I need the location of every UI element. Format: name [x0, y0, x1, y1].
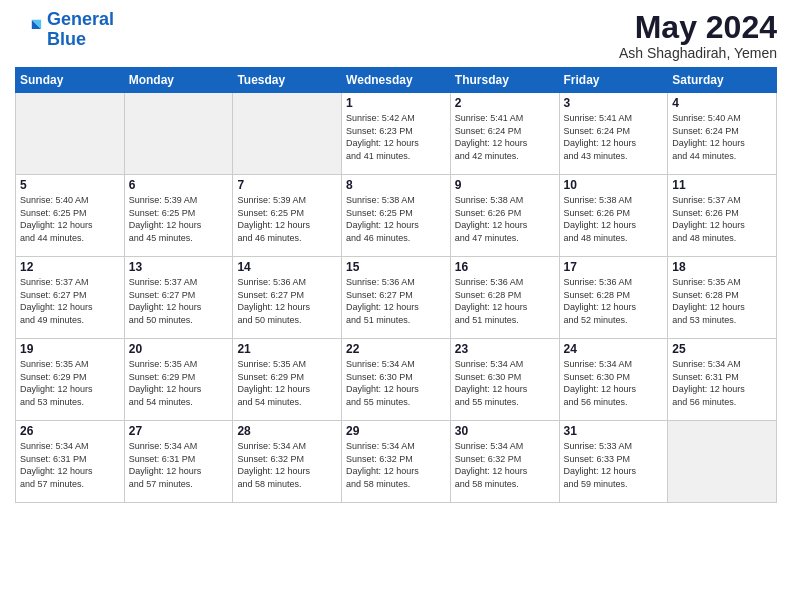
- day-cell: 22Sunrise: 5:34 AM Sunset: 6:30 PM Dayli…: [342, 339, 451, 421]
- week-row-3: 19Sunrise: 5:35 AM Sunset: 6:29 PM Dayli…: [16, 339, 777, 421]
- day-info: Sunrise: 5:34 AM Sunset: 6:30 PM Dayligh…: [564, 358, 664, 408]
- day-info: Sunrise: 5:36 AM Sunset: 6:28 PM Dayligh…: [564, 276, 664, 326]
- day-cell: 16Sunrise: 5:36 AM Sunset: 6:28 PM Dayli…: [450, 257, 559, 339]
- day-cell: 30Sunrise: 5:34 AM Sunset: 6:32 PM Dayli…: [450, 421, 559, 503]
- col-wednesday: Wednesday: [342, 68, 451, 93]
- logo-line1: General: [47, 9, 114, 29]
- day-info: Sunrise: 5:33 AM Sunset: 6:33 PM Dayligh…: [564, 440, 664, 490]
- day-number: 14: [237, 260, 337, 274]
- day-cell: 8Sunrise: 5:38 AM Sunset: 6:25 PM Daylig…: [342, 175, 451, 257]
- day-cell: 15Sunrise: 5:36 AM Sunset: 6:27 PM Dayli…: [342, 257, 451, 339]
- day-number: 10: [564, 178, 664, 192]
- day-cell: 25Sunrise: 5:34 AM Sunset: 6:31 PM Dayli…: [668, 339, 777, 421]
- logo-line2: Blue: [47, 29, 86, 49]
- day-number: 24: [564, 342, 664, 356]
- day-cell: 1Sunrise: 5:42 AM Sunset: 6:23 PM Daylig…: [342, 93, 451, 175]
- day-info: Sunrise: 5:37 AM Sunset: 6:26 PM Dayligh…: [672, 194, 772, 244]
- day-cell: 9Sunrise: 5:38 AM Sunset: 6:26 PM Daylig…: [450, 175, 559, 257]
- col-thursday: Thursday: [450, 68, 559, 93]
- day-number: 9: [455, 178, 555, 192]
- day-cell: [16, 93, 125, 175]
- day-info: Sunrise: 5:34 AM Sunset: 6:32 PM Dayligh…: [237, 440, 337, 490]
- week-row-0: 1Sunrise: 5:42 AM Sunset: 6:23 PM Daylig…: [16, 93, 777, 175]
- col-friday: Friday: [559, 68, 668, 93]
- day-number: 26: [20, 424, 120, 438]
- day-number: 30: [455, 424, 555, 438]
- day-number: 2: [455, 96, 555, 110]
- month-title: May 2024: [619, 10, 777, 45]
- day-cell: 14Sunrise: 5:36 AM Sunset: 6:27 PM Dayli…: [233, 257, 342, 339]
- day-cell: 7Sunrise: 5:39 AM Sunset: 6:25 PM Daylig…: [233, 175, 342, 257]
- day-cell: 6Sunrise: 5:39 AM Sunset: 6:25 PM Daylig…: [124, 175, 233, 257]
- day-number: 22: [346, 342, 446, 356]
- day-cell: 19Sunrise: 5:35 AM Sunset: 6:29 PM Dayli…: [16, 339, 125, 421]
- day-info: Sunrise: 5:37 AM Sunset: 6:27 PM Dayligh…: [129, 276, 229, 326]
- day-info: Sunrise: 5:34 AM Sunset: 6:30 PM Dayligh…: [346, 358, 446, 408]
- day-info: Sunrise: 5:34 AM Sunset: 6:30 PM Dayligh…: [455, 358, 555, 408]
- day-number: 13: [129, 260, 229, 274]
- day-number: 11: [672, 178, 772, 192]
- day-cell: 10Sunrise: 5:38 AM Sunset: 6:26 PM Dayli…: [559, 175, 668, 257]
- day-number: 29: [346, 424, 446, 438]
- day-info: Sunrise: 5:35 AM Sunset: 6:29 PM Dayligh…: [129, 358, 229, 408]
- day-info: Sunrise: 5:38 AM Sunset: 6:26 PM Dayligh…: [564, 194, 664, 244]
- day-info: Sunrise: 5:41 AM Sunset: 6:24 PM Dayligh…: [564, 112, 664, 162]
- day-cell: 29Sunrise: 5:34 AM Sunset: 6:32 PM Dayli…: [342, 421, 451, 503]
- day-cell: [124, 93, 233, 175]
- day-number: 15: [346, 260, 446, 274]
- day-number: 8: [346, 178, 446, 192]
- day-cell: 31Sunrise: 5:33 AM Sunset: 6:33 PM Dayli…: [559, 421, 668, 503]
- day-number: 3: [564, 96, 664, 110]
- day-number: 27: [129, 424, 229, 438]
- day-info: Sunrise: 5:41 AM Sunset: 6:24 PM Dayligh…: [455, 112, 555, 162]
- day-info: Sunrise: 5:34 AM Sunset: 6:31 PM Dayligh…: [129, 440, 229, 490]
- day-number: 23: [455, 342, 555, 356]
- day-cell: 28Sunrise: 5:34 AM Sunset: 6:32 PM Dayli…: [233, 421, 342, 503]
- day-cell: 3Sunrise: 5:41 AM Sunset: 6:24 PM Daylig…: [559, 93, 668, 175]
- calendar-table: Sunday Monday Tuesday Wednesday Thursday…: [15, 67, 777, 503]
- day-info: Sunrise: 5:42 AM Sunset: 6:23 PM Dayligh…: [346, 112, 446, 162]
- header-row: Sunday Monday Tuesday Wednesday Thursday…: [16, 68, 777, 93]
- day-info: Sunrise: 5:34 AM Sunset: 6:32 PM Dayligh…: [346, 440, 446, 490]
- day-cell: 5Sunrise: 5:40 AM Sunset: 6:25 PM Daylig…: [16, 175, 125, 257]
- day-number: 6: [129, 178, 229, 192]
- day-number: 12: [20, 260, 120, 274]
- col-saturday: Saturday: [668, 68, 777, 93]
- day-info: Sunrise: 5:36 AM Sunset: 6:27 PM Dayligh…: [346, 276, 446, 326]
- week-row-4: 26Sunrise: 5:34 AM Sunset: 6:31 PM Dayli…: [16, 421, 777, 503]
- day-number: 28: [237, 424, 337, 438]
- day-cell: 4Sunrise: 5:40 AM Sunset: 6:24 PM Daylig…: [668, 93, 777, 175]
- day-cell: 13Sunrise: 5:37 AM Sunset: 6:27 PM Dayli…: [124, 257, 233, 339]
- logo: General Blue: [15, 10, 114, 50]
- day-info: Sunrise: 5:39 AM Sunset: 6:25 PM Dayligh…: [129, 194, 229, 244]
- day-info: Sunrise: 5:40 AM Sunset: 6:24 PM Dayligh…: [672, 112, 772, 162]
- day-info: Sunrise: 5:35 AM Sunset: 6:28 PM Dayligh…: [672, 276, 772, 326]
- day-info: Sunrise: 5:37 AM Sunset: 6:27 PM Dayligh…: [20, 276, 120, 326]
- title-block: May 2024 Ash Shaghadirah, Yemen: [619, 10, 777, 61]
- logo-text: General Blue: [47, 10, 114, 50]
- day-info: Sunrise: 5:38 AM Sunset: 6:25 PM Dayligh…: [346, 194, 446, 244]
- week-row-1: 5Sunrise: 5:40 AM Sunset: 6:25 PM Daylig…: [16, 175, 777, 257]
- day-number: 18: [672, 260, 772, 274]
- day-cell: [668, 421, 777, 503]
- day-cell: 18Sunrise: 5:35 AM Sunset: 6:28 PM Dayli…: [668, 257, 777, 339]
- day-info: Sunrise: 5:40 AM Sunset: 6:25 PM Dayligh…: [20, 194, 120, 244]
- day-cell: 12Sunrise: 5:37 AM Sunset: 6:27 PM Dayli…: [16, 257, 125, 339]
- day-info: Sunrise: 5:34 AM Sunset: 6:32 PM Dayligh…: [455, 440, 555, 490]
- day-number: 7: [237, 178, 337, 192]
- day-info: Sunrise: 5:34 AM Sunset: 6:31 PM Dayligh…: [672, 358, 772, 408]
- day-info: Sunrise: 5:36 AM Sunset: 6:27 PM Dayligh…: [237, 276, 337, 326]
- week-row-2: 12Sunrise: 5:37 AM Sunset: 6:27 PM Dayli…: [16, 257, 777, 339]
- day-number: 4: [672, 96, 772, 110]
- day-number: 25: [672, 342, 772, 356]
- day-cell: 2Sunrise: 5:41 AM Sunset: 6:24 PM Daylig…: [450, 93, 559, 175]
- day-cell: 23Sunrise: 5:34 AM Sunset: 6:30 PM Dayli…: [450, 339, 559, 421]
- day-number: 31: [564, 424, 664, 438]
- day-cell: 11Sunrise: 5:37 AM Sunset: 6:26 PM Dayli…: [668, 175, 777, 257]
- location-title: Ash Shaghadirah, Yemen: [619, 45, 777, 61]
- day-number: 20: [129, 342, 229, 356]
- day-number: 21: [237, 342, 337, 356]
- day-cell: 17Sunrise: 5:36 AM Sunset: 6:28 PM Dayli…: [559, 257, 668, 339]
- col-monday: Monday: [124, 68, 233, 93]
- day-cell: [233, 93, 342, 175]
